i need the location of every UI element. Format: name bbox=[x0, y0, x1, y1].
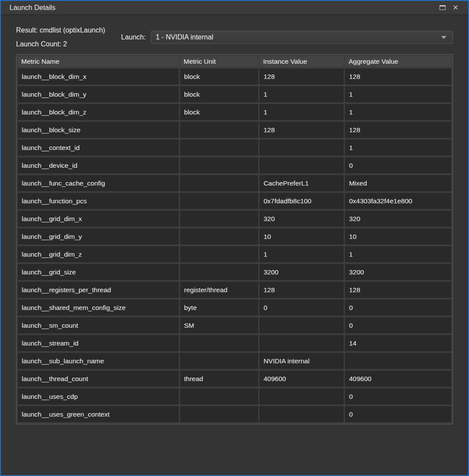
table-cell: 0 bbox=[259, 300, 344, 316]
launch-dropdown[interactable]: 1 - NVIDIA internal bbox=[151, 31, 453, 44]
table-cell: launch__func_cache_config bbox=[18, 175, 179, 191]
maximize-icon bbox=[439, 5, 446, 10]
table-cell bbox=[180, 228, 258, 245]
table-cell: block bbox=[180, 86, 258, 102]
table-row[interactable]: launch__block_dim_yblock11 bbox=[18, 86, 451, 102]
result-block: Result: cmdlist (optixLaunch) Launch Cou… bbox=[16, 26, 120, 48]
table-row[interactable]: launch__stream_id14 bbox=[18, 335, 451, 351]
launch-group: Launch: 1 - NVIDIA internal bbox=[121, 31, 453, 44]
table-cell bbox=[180, 211, 258, 227]
table-cell: CachePreferL1 bbox=[259, 175, 344, 191]
titlebar[interactable]: Launch Details ✕ bbox=[1, 1, 468, 15]
table-cell: 128 bbox=[345, 122, 451, 138]
table-cell: byte bbox=[180, 300, 258, 316]
maximize-button[interactable] bbox=[436, 2, 449, 13]
metrics-table-body: launch__block_dim_xblock128128launch__bl… bbox=[18, 68, 451, 422]
table-cell: launch__grid_dim_y bbox=[18, 228, 179, 245]
metrics-table-container: Metric Name Metric Unit Instance Value A… bbox=[16, 54, 453, 424]
table-row[interactable]: launch__context_id1 bbox=[18, 140, 451, 156]
table-row[interactable]: launch__uses_green_context0 bbox=[18, 406, 451, 422]
table-cell: launch__grid_dim_x bbox=[18, 211, 179, 227]
table-cell: 3200 bbox=[345, 264, 451, 280]
table-cell: 1 bbox=[259, 104, 344, 120]
table-cell: 128 bbox=[259, 282, 344, 298]
table-cell bbox=[180, 388, 258, 404]
window-title: Launch Details bbox=[10, 4, 436, 12]
table-cell: 14 bbox=[345, 335, 451, 351]
table-row[interactable]: launch__grid_dim_z11 bbox=[18, 246, 451, 262]
table-cell: launch__grid_dim_z bbox=[18, 246, 179, 262]
table-row[interactable]: launch__func_cache_configCachePreferL1Mi… bbox=[18, 175, 451, 191]
column-header-instance-value[interactable]: Instance Value bbox=[259, 56, 344, 67]
table-row[interactable]: launch__sm_countSM0 bbox=[18, 317, 451, 333]
table-cell: 409600 bbox=[259, 371, 344, 387]
table-cell bbox=[180, 140, 258, 156]
table-cell: launch__shared_mem_config_size bbox=[18, 300, 179, 316]
table-cell bbox=[180, 353, 258, 369]
table-cell: launch__uses_green_context bbox=[18, 406, 179, 422]
table-cell: launch__stream_id bbox=[18, 335, 179, 351]
table-cell: 0 bbox=[345, 157, 451, 173]
table-row[interactable]: launch__thread_countthread409600409600 bbox=[18, 371, 451, 387]
table-cell: 320 bbox=[345, 211, 451, 227]
table-cell: launch__block_size bbox=[18, 122, 179, 138]
table-cell: 320 bbox=[259, 211, 344, 227]
table-cell: 3200 bbox=[259, 264, 344, 280]
table-row[interactable]: launch__uses_cdp0 bbox=[18, 388, 451, 404]
table-cell bbox=[259, 140, 344, 156]
meta-row: Result: cmdlist (optixLaunch) Launch Cou… bbox=[16, 26, 453, 48]
table-row[interactable]: launch__grid_dim_x320320 bbox=[18, 211, 451, 227]
table-cell: 1 bbox=[345, 246, 451, 262]
launch-count-label: Launch Count: 2 bbox=[16, 40, 120, 48]
column-header-metric-unit[interactable]: Metric Unit bbox=[180, 56, 258, 67]
table-row[interactable]: launch__registers_per_threadregister/thr… bbox=[18, 282, 451, 298]
table-cell: launch__device_id bbox=[18, 157, 179, 173]
table-cell: 0x4303fa32f4e1e800 bbox=[345, 193, 451, 209]
table-cell bbox=[180, 264, 258, 280]
table-row[interactable]: launch__sub_launch_nameNVIDIA internal bbox=[18, 353, 451, 369]
column-header-metric-name[interactable]: Metric Name bbox=[18, 56, 179, 67]
table-cell bbox=[180, 157, 258, 173]
table-row[interactable]: launch__grid_dim_y1010 bbox=[18, 228, 451, 245]
column-header-aggregate-value[interactable]: Aggregate Value bbox=[345, 56, 451, 67]
result-label: Result: cmdlist (optixLaunch) bbox=[16, 26, 120, 34]
table-cell bbox=[259, 388, 344, 404]
table-cell: launch__block_dim_x bbox=[18, 68, 179, 85]
table-header-row: Metric Name Metric Unit Instance Value A… bbox=[18, 56, 451, 67]
close-button[interactable]: ✕ bbox=[449, 2, 462, 13]
launch-label: Launch: bbox=[121, 33, 146, 41]
table-row[interactable]: launch__function_pcs0x7fdadfb8c1000x4303… bbox=[18, 193, 451, 209]
table-cell: 1 bbox=[259, 246, 344, 262]
table-cell: 0 bbox=[345, 300, 451, 316]
table-row[interactable]: launch__device_id0 bbox=[18, 157, 451, 173]
launch-details-window: Launch Details ✕ Result: cmdlist (optixL… bbox=[0, 0, 469, 476]
table-cell: launch__sm_count bbox=[18, 317, 179, 333]
table-cell: 10 bbox=[345, 228, 451, 245]
table-cell: 0 bbox=[345, 317, 451, 333]
table-cell bbox=[180, 193, 258, 209]
table-cell bbox=[345, 353, 451, 369]
table-row[interactable]: launch__shared_mem_config_sizebyte00 bbox=[18, 300, 451, 316]
table-cell: 1 bbox=[345, 104, 451, 120]
table-cell: launch__context_id bbox=[18, 140, 179, 156]
table-cell: launch__uses_cdp bbox=[18, 388, 179, 404]
table-cell: SM bbox=[180, 317, 258, 333]
table-cell bbox=[180, 406, 258, 422]
table-cell: Mixed bbox=[345, 175, 451, 191]
close-icon: ✕ bbox=[453, 4, 458, 11]
table-cell: 1 bbox=[345, 86, 451, 102]
table-cell: NVIDIA internal bbox=[259, 353, 344, 369]
table-cell: launch__sub_launch_name bbox=[18, 353, 179, 369]
table-row[interactable]: launch__block_size128128 bbox=[18, 122, 451, 138]
table-cell bbox=[180, 246, 258, 262]
table-row[interactable]: launch__block_dim_zblock11 bbox=[18, 104, 451, 120]
table-cell bbox=[180, 335, 258, 351]
table-cell: 128 bbox=[345, 282, 451, 298]
metrics-table: Metric Name Metric Unit Instance Value A… bbox=[16, 54, 453, 424]
table-row[interactable]: launch__grid_size32003200 bbox=[18, 264, 451, 280]
table-cell: 128 bbox=[259, 122, 344, 138]
table-cell: 0x7fdadfb8c100 bbox=[259, 193, 344, 209]
table-row[interactable]: launch__block_dim_xblock128128 bbox=[18, 68, 451, 85]
table-cell bbox=[259, 157, 344, 173]
table-cell: launch__grid_size bbox=[18, 264, 179, 280]
